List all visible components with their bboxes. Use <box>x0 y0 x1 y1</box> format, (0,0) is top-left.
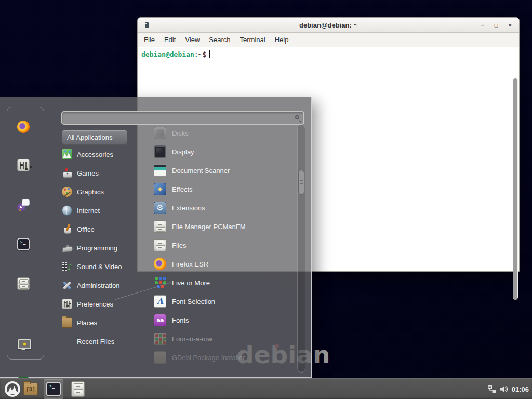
app-four-in-a-row[interactable]: Four-in-a-row <box>154 331 294 347</box>
games-icon <box>62 168 72 178</box>
all-applications-label: All Applications <box>67 134 112 141</box>
sound-video-icon <box>62 261 72 272</box>
terminal-icon <box>46 382 61 396</box>
menu-terminal[interactable]: Terminal <box>235 33 270 46</box>
terminal-cursor <box>209 50 214 58</box>
four-in-a-row-icon <box>154 332 166 345</box>
category-office[interactable]: Office <box>62 222 145 236</box>
terminal-titlebar[interactable]: debian@debian: ~ – □ × <box>138 18 519 33</box>
close-button[interactable]: × <box>508 22 512 28</box>
menu-button[interactable] <box>5 381 20 397</box>
app-document-scanner[interactable]: Document Scanner <box>154 163 294 178</box>
app-firefox-esr[interactable]: Firefox ESR <box>154 256 294 272</box>
menu-file[interactable]: File <box>139 33 159 46</box>
app-disks[interactable]: Disks <box>154 125 294 141</box>
search-box <box>61 111 304 125</box>
category-programming[interactable]: Programming <box>62 241 145 255</box>
menu-scrollbar-thumb[interactable] <box>298 170 304 195</box>
fonts-icon <box>154 314 166 326</box>
font-selection-icon <box>154 295 166 308</box>
app-effects[interactable]: Effects <box>154 181 294 197</box>
category-internet[interactable]: Internet <box>62 203 145 218</box>
document-scanner-icon <box>154 164 166 177</box>
app-file-manager-pcmanfm[interactable]: File Manager PCManFM <box>154 219 294 234</box>
taskbar-active-window-terminal[interactable] <box>44 379 63 399</box>
extensions-icon <box>154 202 166 214</box>
file-cabinet-icon <box>154 239 166 251</box>
maximize-button[interactable]: □ <box>495 22 498 28</box>
graphics-icon <box>62 187 72 197</box>
app-extensions[interactable]: Extensions <box>154 200 294 216</box>
lock-screen-button[interactable] <box>17 338 30 351</box>
favorite-pidgin[interactable] <box>17 198 30 211</box>
terminal-title: debian@debian: ~ <box>138 21 519 29</box>
category-administration[interactable]: Administration <box>62 278 145 292</box>
menu-view[interactable]: View <box>180 33 204 46</box>
minimize-button[interactable]: – <box>481 22 484 28</box>
applications-menu: All Applications Accessories Games Graph… <box>0 97 312 378</box>
menu-search[interactable]: Search <box>204 33 235 46</box>
favorites-column <box>7 107 44 360</box>
category-all-applications[interactable]: All Applications <box>62 130 127 145</box>
favorite-firefox[interactable] <box>17 121 30 133</box>
category-preferences[interactable]: Preferences <box>62 297 145 311</box>
preferences-icon <box>62 299 72 309</box>
prompt-user-host: debian@debian <box>141 50 194 58</box>
search-input[interactable] <box>66 113 290 123</box>
prompt-suffix: :~$ <box>194 50 206 58</box>
terminal-titlebar-icon <box>145 22 149 28</box>
terminal-menubar: File Edit View Search Terminal Help <box>138 33 519 47</box>
app-font-selection[interactable]: Font Selection <box>154 294 294 309</box>
favorite-files[interactable] <box>17 277 30 290</box>
text-caret <box>66 115 66 122</box>
category-sound-video[interactable]: Sound & Video <box>62 259 145 274</box>
taskbar-file-manager-button[interactable] <box>23 383 38 395</box>
menu-help[interactable]: Help <box>270 33 294 46</box>
internet-icon <box>62 205 72 216</box>
category-recent-files[interactable]: Recent Files <box>62 334 145 349</box>
menu-scrollbar[interactable] <box>297 124 305 373</box>
terminal-scrollbar[interactable] <box>513 78 518 300</box>
search-icon <box>295 115 299 119</box>
favorite-terminal[interactable] <box>17 238 30 250</box>
app-fonts[interactable]: Fonts <box>154 312 294 328</box>
taskbar-clock[interactable]: 01:06 <box>512 379 529 399</box>
accessories-icon <box>62 149 72 159</box>
file-cabinet-icon <box>154 220 166 233</box>
firefox-icon <box>154 258 166 270</box>
category-places[interactable]: Places <box>62 315 145 330</box>
display-icon <box>154 145 166 158</box>
app-files[interactable]: Files <box>154 237 294 253</box>
programming-icon <box>62 243 72 253</box>
taskbar: 01:06 <box>0 378 532 399</box>
favorite-mixer[interactable] <box>17 159 30 171</box>
volume-icon[interactable] <box>500 379 509 399</box>
menu-edit[interactable]: Edit <box>159 33 180 46</box>
effects-icon <box>154 183 166 195</box>
gdebi-icon <box>154 351 166 364</box>
category-games[interactable]: Games <box>62 166 145 180</box>
administration-icon <box>62 280 72 290</box>
app-display[interactable]: Display <box>154 144 294 159</box>
office-icon <box>62 224 72 234</box>
disks-icon <box>154 127 166 139</box>
category-accessories[interactable]: Accessories <box>62 147 145 162</box>
network-icon[interactable] <box>487 379 497 399</box>
terminal-scrollbar-thumb[interactable] <box>513 78 517 300</box>
app-five-or-more[interactable]: Five or More <box>154 275 294 290</box>
category-graphics[interactable]: Graphics <box>62 184 145 199</box>
app-gdebi-package-installer[interactable]: GDebi Package Installer <box>154 350 294 365</box>
places-icon <box>62 317 72 328</box>
taskbar-files-button[interactable] <box>71 381 85 397</box>
